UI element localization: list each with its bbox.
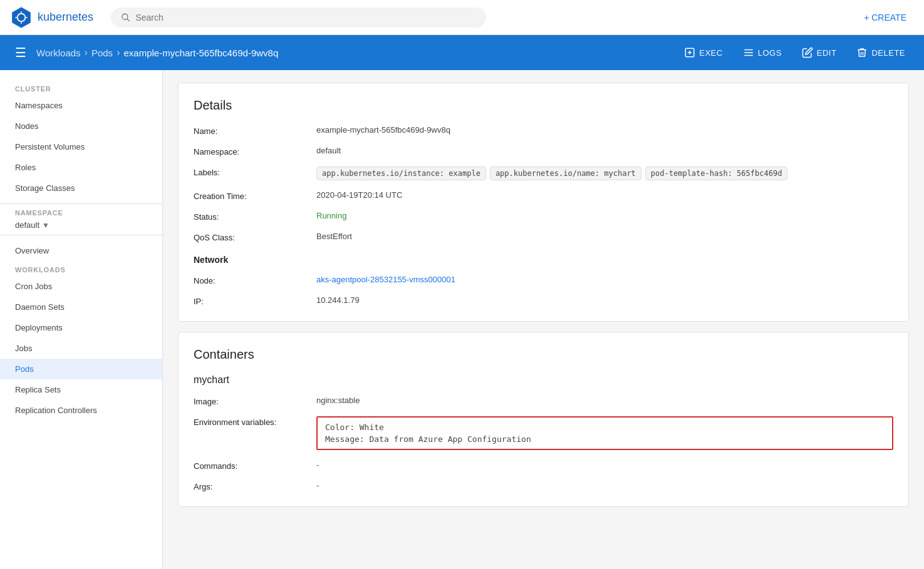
delete-button[interactable]: DELETE <box>848 42 914 63</box>
logs-label: LOGS <box>758 48 782 58</box>
delete-label: DELETE <box>871 48 905 58</box>
edit-icon <box>802 47 813 58</box>
content-area: Details Name: example-mychart-565fbc469d… <box>163 70 924 569</box>
breadcrumb: Workloads › Pods › example-mychart-565fb… <box>36 47 278 58</box>
env-vars-box: Color: White Message: Data from Azure Ap… <box>316 416 893 450</box>
args-label: Args: <box>194 481 306 491</box>
kubernetes-logo-icon <box>10 6 33 29</box>
nav-actions: EXEC LOGS EDIT DELETE <box>675 42 914 63</box>
ip-value: 10.244.1.79 <box>316 295 893 306</box>
sidebar-item-nodes[interactable]: Nodes <box>0 116 162 136</box>
env-var-1: Message: Data from Azure App Configurati… <box>325 434 885 444</box>
namespace-value: default <box>15 220 39 230</box>
status-value: Running <box>316 211 893 222</box>
svg-line-7 <box>127 19 130 21</box>
creation-time-value: 2020-04-19T20:14 UTC <box>316 190 893 201</box>
commands-label: Commands: <box>194 460 306 471</box>
node-value[interactable]: aks-agentpool-28532155-vmss000001 <box>316 275 893 285</box>
logs-button[interactable]: LOGS <box>734 42 791 63</box>
edit-label: EDIT <box>817 48 837 58</box>
edit-button[interactable]: EDIT <box>793 42 846 63</box>
sidebar-item-pods[interactable]: Pods <box>0 359 162 379</box>
menu-icon[interactable]: ☰ <box>10 40 31 65</box>
name-value: example-mychart-565fbc469d-9wv8q <box>316 125 893 136</box>
exec-button[interactable]: EXEC <box>675 42 731 63</box>
image-label: Image: <box>194 396 306 406</box>
sidebar-item-daemon-sets[interactable]: Daemon Sets <box>0 297 162 317</box>
top-bar: kubernetes + CREATE <box>0 0 924 35</box>
args-value: - <box>316 481 893 491</box>
create-button[interactable]: + CREATE <box>856 8 914 28</box>
svg-point-6 <box>122 14 128 19</box>
search-bar[interactable] <box>111 8 486 28</box>
search-input[interactable] <box>135 13 476 23</box>
label-chip-2: pod-template-hash: 565fbc469d <box>645 167 788 180</box>
details-card: Details Name: example-mychart-565fbc469d… <box>178 83 909 322</box>
containers-card: Containers mychart Image: nginx:stable E… <box>178 332 909 507</box>
exec-label: EXEC <box>699 48 722 58</box>
qos-label: QoS Class: <box>194 232 306 242</box>
node-label: Node: <box>194 275 306 285</box>
status-label: Status: <box>194 211 306 222</box>
sidebar-item-cron-jobs[interactable]: Cron Jobs <box>0 276 162 297</box>
main-layout: Cluster Namespaces Nodes Persistent Volu… <box>0 70 924 569</box>
commands-value: - <box>316 460 893 471</box>
logs-icon <box>743 47 754 58</box>
svg-marker-0 <box>13 7 31 27</box>
nav-bar: ☰ Workloads › Pods › example-mychart-565… <box>0 35 924 70</box>
name-label: Name: <box>194 125 306 136</box>
sidebar-item-namespaces[interactable]: Namespaces <box>0 95 162 116</box>
details-title: Details <box>194 98 893 113</box>
namespace-dropdown[interactable]: default ▼ <box>15 220 147 230</box>
workloads-section-label: Workloads <box>0 261 162 276</box>
creation-time-label: Creation Time: <box>194 190 306 201</box>
sidebar-divider-1 <box>0 203 162 204</box>
cluster-section-label: Cluster <box>0 80 162 95</box>
label-chip-1: app.kubernetes.io/name: mychart <box>490 167 641 180</box>
breadcrumb-pod-name: example-mychart-565fbc469d-9wv8q <box>123 48 278 58</box>
sidebar: Cluster Namespaces Nodes Persistent Volu… <box>0 70 163 569</box>
qos-value: BestEffort <box>316 232 893 242</box>
sidebar-item-overview[interactable]: Overview <box>0 240 162 261</box>
exec-icon <box>684 47 695 58</box>
chevron-down-icon: ▼ <box>42 221 49 230</box>
sidebar-item-persistent-volumes[interactable]: Persistent Volumes <box>0 136 162 157</box>
sidebar-item-jobs[interactable]: Jobs <box>0 338 162 359</box>
search-icon <box>121 13 130 23</box>
labels-container: app.kubernetes.io/instance: example app.… <box>316 167 893 180</box>
container-name: mychart <box>194 374 893 386</box>
breadcrumb-workloads[interactable]: Workloads <box>36 48 81 58</box>
namespace-label: Namespace: <box>194 146 306 156</box>
env-var-0: Color: White <box>325 423 885 432</box>
label-chip-0: app.kubernetes.io/instance: example <box>316 167 486 180</box>
sidebar-divider-2 <box>0 235 162 235</box>
sidebar-item-replication-controllers[interactable]: Replication Controllers <box>0 400 162 421</box>
details-table: Name: example-mychart-565fbc469d-9wv8q N… <box>194 125 893 306</box>
namespace-select: Namespace default ▼ <box>15 209 147 230</box>
namespace-section-label: Namespace <box>15 209 147 217</box>
image-value: nginx:stable <box>316 396 893 406</box>
delete-icon <box>856 47 868 58</box>
ip-label: IP: <box>194 295 306 306</box>
breadcrumb-sep-2: › <box>117 47 120 58</box>
sidebar-item-replica-sets[interactable]: Replica Sets <box>0 379 162 400</box>
breadcrumb-sep-1: › <box>85 47 88 58</box>
sidebar-item-deployments[interactable]: Deployments <box>0 317 162 338</box>
namespace-value: default <box>316 146 893 156</box>
sidebar-item-storage-classes[interactable]: Storage Classes <box>0 178 162 198</box>
logo-area: kubernetes <box>10 6 93 29</box>
containers-table: Image: nginx:stable Environment variable… <box>194 396 893 491</box>
containers-title: Containers <box>194 347 893 362</box>
breadcrumb-pods[interactable]: Pods <box>91 48 113 58</box>
sidebar-item-roles[interactable]: Roles <box>0 157 162 178</box>
network-subtitle: Network <box>194 255 893 265</box>
labels-label: Labels: <box>194 167 306 180</box>
logo-text: kubernetes <box>38 11 93 24</box>
env-label: Environment variables: <box>194 416 306 450</box>
